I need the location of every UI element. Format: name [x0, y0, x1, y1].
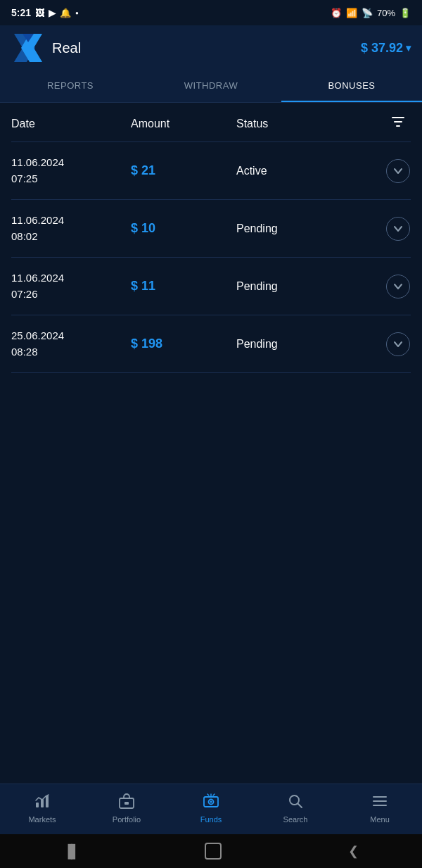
status-time: 5:21 🖼 ▶ 🔔 ●: [11, 7, 79, 18]
account-balance[interactable]: $ 37.92 ▾: [361, 41, 411, 56]
menu-icon: [371, 793, 388, 812]
row-expand-2[interactable]: [385, 217, 411, 241]
wifi-icon: 📶: [346, 8, 357, 18]
row-expand-1[interactable]: [385, 159, 411, 183]
row-amount-1: $ 21: [131, 163, 236, 178]
account-type: Real: [52, 40, 81, 56]
row-expand-3[interactable]: [385, 275, 411, 298]
portfolio-label: Portfolio: [113, 815, 141, 824]
video-icon: ▶: [49, 8, 56, 18]
app-logo: [11, 31, 45, 65]
row-status-3: Pending: [236, 280, 385, 293]
row-status-2: Pending: [236, 222, 385, 235]
funds-label: Funds: [200, 815, 222, 824]
expand-button-1[interactable]: [386, 159, 410, 183]
row-amount-3: $ 11: [131, 279, 236, 294]
table-row: 11.06.2024 07:26 $ 11 Pending: [11, 258, 411, 315]
alarm-icon: ⏰: [331, 8, 342, 18]
bell-icon: 🔔: [60, 8, 71, 18]
android-back-button[interactable]: ❮: [348, 843, 359, 859]
signal-icon: 📡: [362, 8, 373, 18]
status-right: ⏰ 📶 📡 70% 🔋: [331, 8, 411, 18]
svg-rect-3: [36, 803, 39, 807]
photo-icon: 🖼: [35, 8, 44, 18]
app-header: Real $ 37.92 ▾: [0, 25, 422, 70]
col-header-date: Date: [11, 118, 131, 130]
tab-withdraw[interactable]: WITHDRAW: [141, 70, 281, 102]
svg-point-10: [210, 800, 212, 803]
nav-item-funds[interactable]: Funds: [190, 793, 232, 824]
row-date-3: 11.06.2024 07:26: [11, 270, 131, 302]
android-recent-button[interactable]: ▐▌: [63, 844, 79, 859]
header-left: Real: [11, 31, 81, 65]
balance-chevron-icon: ▾: [406, 42, 411, 54]
table-row: 11.06.2024 07:25 $ 21 Active: [11, 142, 411, 200]
bottom-navigation: Markets Portfolio Funds: [0, 784, 422, 834]
table-row: 11.06.2024 08:02 $ 10 Pending: [11, 200, 411, 258]
table-header: Date Amount Status: [11, 103, 411, 142]
nav-item-markets[interactable]: Markets: [21, 793, 63, 824]
nav-item-portfolio[interactable]: Portfolio: [106, 793, 148, 824]
filter-icon: [390, 114, 406, 133]
portfolio-icon: [118, 793, 135, 812]
menu-label: Menu: [370, 815, 390, 824]
battery-icon: 🔋: [399, 8, 411, 18]
svg-rect-7: [124, 802, 129, 805]
row-expand-4[interactable]: [385, 332, 411, 356]
row-status-1: Active: [236, 165, 385, 177]
tab-bar: REPORTS WITHDRAW BONUSES: [0, 70, 422, 103]
col-header-status: Status: [236, 118, 385, 130]
search-label: Search: [283, 815, 308, 824]
battery-display: 70%: [377, 8, 395, 18]
android-home-button[interactable]: [205, 843, 222, 860]
col-header-amount: Amount: [131, 118, 236, 130]
row-date-1: 11.06.2024 07:25: [11, 155, 131, 187]
status-bar: 5:21 🖼 ▶ 🔔 ● ⏰ 📶 📡 70% 🔋: [0, 0, 422, 25]
search-icon: [287, 793, 304, 812]
row-amount-2: $ 10: [131, 221, 236, 236]
android-nav-bar: ▐▌ ❮: [0, 834, 422, 868]
markets-icon: [34, 793, 51, 812]
expand-button-3[interactable]: [386, 275, 410, 298]
tab-bonuses[interactable]: BONUSES: [281, 70, 422, 102]
svg-rect-5: [46, 795, 49, 807]
nav-item-search[interactable]: Search: [274, 793, 316, 824]
markets-label: Markets: [28, 815, 56, 824]
nav-item-menu[interactable]: Menu: [359, 793, 401, 824]
row-date-2: 11.06.2024 08:02: [11, 213, 131, 244]
time-display: 5:21: [11, 7, 31, 18]
row-status-4: Pending: [236, 338, 385, 351]
expand-button-4[interactable]: [386, 332, 410, 356]
dot-icon: ●: [75, 10, 79, 16]
table-row: 25.06.2024 08:28 $ 198 Pending: [11, 315, 411, 373]
tab-reports[interactable]: REPORTS: [0, 70, 141, 102]
row-date-4: 25.06.2024 08:28: [11, 328, 131, 360]
row-amount-4: $ 198: [131, 336, 236, 351]
filter-button[interactable]: [385, 114, 411, 133]
expand-button-2[interactable]: [386, 217, 410, 241]
balance-amount: $ 37.92: [361, 41, 403, 56]
bonuses-table: Date Amount Status 11.06.2024 07:25 $ 21…: [0, 103, 422, 784]
funds-icon: [203, 793, 219, 812]
